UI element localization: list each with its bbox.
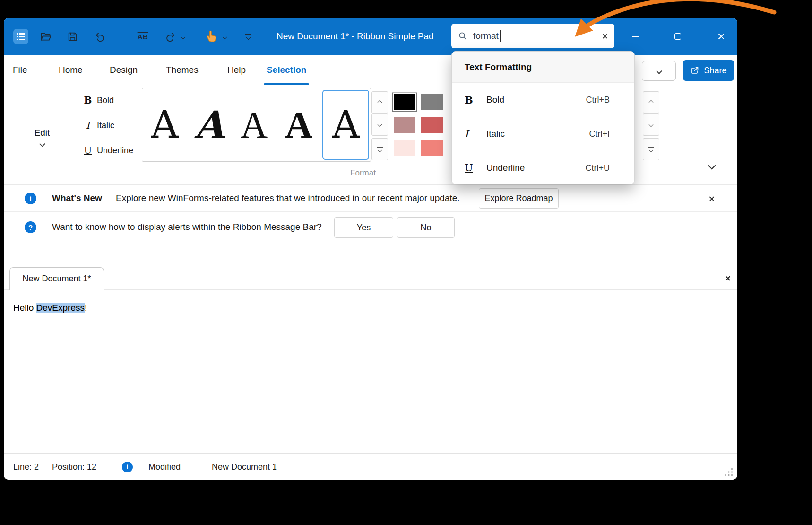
color-swatch[interactable] (394, 117, 415, 133)
save-button[interactable] (65, 29, 79, 44)
tab-help[interactable]: Help (227, 55, 246, 85)
bold-icon: B (82, 95, 94, 106)
underline-button[interactable]: U Underline (82, 140, 144, 161)
italic-icon: I (465, 128, 479, 140)
italic-label: Italic (97, 121, 114, 131)
clear-icon (602, 33, 608, 39)
document-text[interactable]: Hello DevExpress! (13, 303, 87, 313)
open-folder-icon (40, 30, 52, 43)
color-swatch[interactable] (421, 94, 443, 110)
color-swatch[interactable] (421, 117, 443, 133)
status-position: Position: 12 (52, 454, 96, 480)
explore-roadmap-button[interactable]: Explore Roadmap (479, 188, 559, 209)
alerts-message-bar: ? Want to know how to display alerts wit… (4, 211, 737, 242)
color-swatch[interactable] (394, 140, 415, 156)
bold-button[interactable]: B Bold (82, 89, 144, 111)
chevron-down-icon (39, 141, 45, 147)
redo-dropdown-button[interactable] (179, 33, 187, 41)
statusbar: Line: 2 Position: 12 i Modified New Docu… (4, 453, 737, 480)
shortcut-label: Ctrl+B (586, 95, 610, 105)
status-modified: Modified (148, 454, 181, 480)
hand-pointer-icon (204, 29, 218, 44)
chevron-down-icon (378, 122, 382, 127)
gallery-scroll-down-button[interactable] (371, 114, 388, 136)
search-input[interactable]: format (473, 31, 499, 41)
undo-button[interactable] (93, 29, 107, 44)
message-bar-close-button[interactable] (704, 192, 719, 206)
touch-mode-button[interactable] (203, 28, 219, 44)
gallery-expand-button[interactable] (643, 138, 659, 160)
popup-item-italic[interactable]: I Italic Ctrl+I (452, 117, 634, 151)
app-window: AB New Document 1* - (4, 18, 737, 480)
chevron-down-icon (649, 122, 654, 127)
question-icon: ? (25, 221, 36, 233)
app-logo-icon (13, 28, 29, 44)
italic-button[interactable]: I Italic (82, 114, 144, 136)
font-gallery-item[interactable]: A (232, 88, 276, 161)
yes-button[interactable]: Yes (334, 217, 393, 238)
app-menu-button[interactable] (13, 28, 29, 44)
undo-icon (94, 30, 106, 43)
document-tab[interactable]: New Document 1* (9, 267, 104, 290)
font-gallery-item[interactable]: A (187, 88, 232, 161)
underline-icon: U (82, 145, 94, 156)
chevron-up-icon (649, 100, 654, 105)
underline-label: Underline (97, 146, 133, 156)
font-gallery-item[interactable]: A (276, 88, 321, 161)
share-icon (690, 66, 700, 75)
tab-home[interactable]: Home (59, 55, 83, 85)
color-swatch[interactable] (394, 94, 415, 110)
search-box[interactable]: format (451, 24, 614, 48)
popup-item-underline[interactable]: U Underline Ctrl+U (452, 151, 634, 184)
search-clear-button[interactable] (602, 33, 608, 39)
shortcut-label: Ctrl+I (589, 129, 610, 139)
tab-selection[interactable]: Selection (267, 55, 306, 85)
chevron-down-icon (656, 68, 662, 74)
gallery-scroll-up-button[interactable] (643, 91, 659, 114)
status-separator (112, 459, 112, 475)
edit-label: Edit (35, 128, 50, 138)
ribbon-options-dropdown[interactable] (642, 61, 676, 81)
font-gallery-item[interactable]: A (142, 88, 187, 161)
resize-grip-icon[interactable] (724, 467, 734, 477)
collapse-ribbon-button[interactable] (702, 157, 721, 174)
redo-button[interactable] (164, 29, 178, 44)
font-style-gallery: A A A A A (142, 88, 371, 162)
font-gallery-item-selected[interactable]: A (322, 90, 369, 160)
minimize-button[interactable] (624, 18, 647, 55)
font-style-button[interactable]: AB (134, 29, 151, 44)
open-button[interactable] (39, 29, 53, 44)
tab-strip-rule (4, 289, 737, 290)
gallery-expand-button[interactable] (371, 138, 388, 160)
maximize-button[interactable] (666, 18, 689, 55)
italic-icon: I (82, 120, 94, 131)
touch-mode-dropdown-button[interactable] (220, 33, 229, 41)
edit-button[interactable]: Edit (16, 88, 69, 163)
no-button[interactable]: No (397, 217, 455, 238)
gallery-scroll-up-button[interactable] (371, 91, 388, 114)
close-icon (725, 275, 731, 281)
document-close-button[interactable] (718, 267, 737, 289)
chevron-down-icon (222, 35, 227, 39)
color-swatch[interactable] (421, 140, 443, 156)
popup-header: Text Formatting (452, 52, 634, 83)
tab-design[interactable]: Design (110, 55, 138, 85)
text-caret (500, 30, 501, 42)
popup-item-bold[interactable]: B Bold Ctrl+B (452, 83, 634, 117)
minimize-icon (632, 36, 639, 37)
ribbon-group-label: Format (250, 168, 476, 178)
share-button[interactable]: Share (683, 60, 734, 81)
message-bar-text: Want to know how to display alerts withi… (52, 222, 322, 232)
tab-file[interactable]: File (13, 55, 27, 85)
chevron-down-icon (708, 162, 716, 170)
shortcut-label: Ctrl+U (585, 163, 610, 173)
close-icon (709, 196, 715, 202)
gallery-scroll-down-button[interactable] (643, 114, 659, 136)
message-bar-text: Explore new WinForms-related features th… (116, 193, 460, 203)
tab-themes[interactable]: Themes (166, 55, 199, 85)
chevron-up-icon (378, 100, 382, 105)
gallery-expand-icon (648, 147, 654, 152)
close-button[interactable] (709, 18, 734, 55)
qat-overflow-button[interactable] (242, 30, 254, 43)
save-icon (67, 31, 78, 43)
